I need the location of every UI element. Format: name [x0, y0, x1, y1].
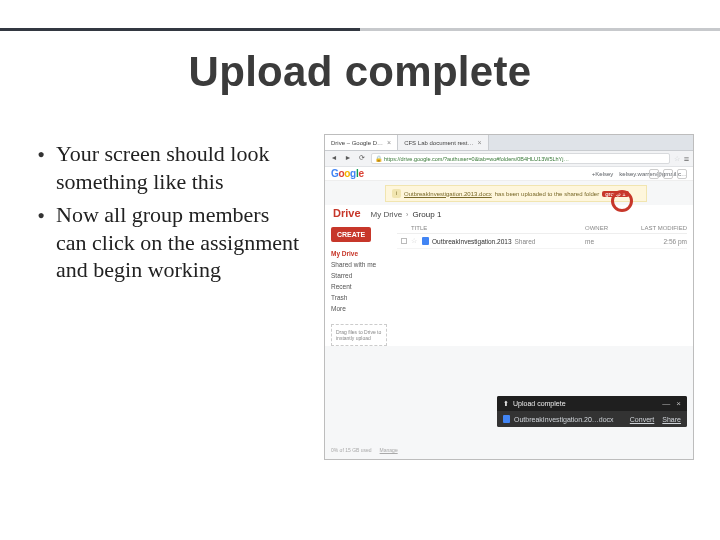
close-icon[interactable]: × — [676, 399, 681, 408]
bullet-list: ●Your screen should look something like … — [34, 140, 304, 290]
google-bar: Google +Kelsey kelsey.warren@gmail.c… — [325, 167, 693, 181]
upload-title: Upload complete — [513, 400, 566, 407]
minimize-icon[interactable]: — — [662, 399, 670, 408]
nav-shared[interactable]: Shared with me — [331, 259, 387, 270]
share-banner: i OutbreakInvestigation.2013.docx has be… — [385, 185, 647, 202]
col-modified[interactable]: LAST MODIFIED — [635, 225, 687, 231]
browser-tab-1[interactable]: Drive – Google D…× — [325, 135, 398, 150]
settings-icon[interactable] — [677, 169, 687, 179]
sort-icon[interactable] — [663, 169, 673, 179]
upload-arrow-icon: ⬆ — [503, 400, 509, 408]
breadcrumb: My Drive › Group 1 — [371, 210, 442, 219]
close-icon[interactable]: × — [478, 139, 482, 146]
google-logo: Google — [331, 168, 364, 179]
nav-starred[interactable]: Starred — [331, 270, 387, 281]
file-row[interactable]: ☆ OutbreakInvestigation.2013 Shared me 2… — [397, 234, 687, 249]
close-icon[interactable]: × — [387, 139, 391, 146]
browser-tab-2[interactable]: CFS Lab document rest…× — [398, 135, 488, 150]
nav-trash[interactable]: Trash — [331, 292, 387, 303]
drive-body: CREATE My Drive Shared with me Starred R… — [325, 223, 693, 346]
file-modified: 2:56 pm — [635, 238, 687, 245]
crumb-root[interactable]: My Drive — [371, 210, 403, 219]
storage-used: 0% of 15 GB used — [331, 447, 372, 453]
info-icon: i — [392, 189, 401, 198]
upload-panel: ⬆Upload complete — × OutbreakInvestigati… — [497, 396, 687, 427]
top-rule — [0, 28, 720, 31]
create-button[interactable]: CREATE — [331, 227, 371, 242]
file-shared: Shared — [515, 238, 536, 245]
star-icon[interactable]: ☆ — [411, 237, 417, 245]
checkbox[interactable] — [401, 238, 407, 244]
crumb-leaf[interactable]: Group 1 — [412, 210, 441, 219]
doc-icon — [422, 237, 429, 245]
storage-footer: 0% of 15 GB used Manage — [331, 447, 398, 453]
forward-icon[interactable]: ► — [343, 154, 353, 164]
banner-group: group 1 — [602, 191, 628, 197]
slide-title: Upload complete — [0, 48, 720, 96]
nav-more[interactable]: More — [331, 303, 387, 314]
file-owner: me — [585, 238, 635, 245]
nav-recent[interactable]: Recent — [331, 281, 387, 292]
drive-nav: My Drive Shared with me Starred Recent T… — [331, 248, 387, 314]
file-name: OutbreakInvestigation.2013 — [432, 238, 512, 245]
doc-icon — [503, 415, 510, 423]
url-field[interactable]: 🔒https://drive.google.com/?authuser=0&ta… — [371, 153, 670, 164]
banner-file: OutbreakInvestigation.2013.docx — [404, 191, 492, 197]
gbar-plus-link[interactable]: +Kelsey — [592, 171, 614, 177]
bookmark-icon[interactable]: ☆ — [674, 155, 680, 163]
drive-brand: Drive — [333, 207, 361, 219]
embedded-screenshot: Drive – Google D…× CFS Lab document rest… — [324, 134, 694, 460]
menu-icon[interactable]: ≡ — [684, 154, 689, 164]
address-bar: ◄ ► ⟳ 🔒https://drive.google.com/?authuse… — [325, 151, 693, 167]
chevron-right-icon: › — [406, 211, 408, 218]
browser-tabs: Drive – Google D…× CFS Lab document rest… — [325, 135, 693, 151]
column-headers: TITLE OWNER LAST MODIFIED — [397, 223, 687, 234]
bullet-1: Your screen should look something like t… — [56, 140, 304, 195]
upload-hint: Drag files to Drive to instantly upload — [331, 324, 387, 346]
nav-my-drive[interactable]: My Drive — [331, 248, 387, 259]
upload-file[interactable]: OutbreakInvestigation.20…docx — [514, 416, 614, 423]
view-controls — [649, 169, 687, 179]
bullet-2: Now all group members can click on the a… — [56, 201, 304, 284]
reload-icon[interactable]: ⟳ — [357, 154, 367, 164]
grid-view-icon[interactable] — [649, 169, 659, 179]
col-owner[interactable]: OWNER — [585, 225, 635, 231]
lock-icon: 🔒 — [375, 156, 382, 162]
upload-convert-link[interactable]: Convert — [630, 416, 655, 423]
back-icon[interactable]: ◄ — [329, 154, 339, 164]
storage-manage[interactable]: Manage — [380, 447, 398, 453]
col-title[interactable]: TITLE — [411, 225, 585, 231]
banner-text: has been uploaded to the shared folder — [495, 191, 599, 197]
slide: Upload complete ●Your screen should look… — [0, 0, 720, 540]
upload-share-link[interactable]: Share — [662, 416, 681, 423]
